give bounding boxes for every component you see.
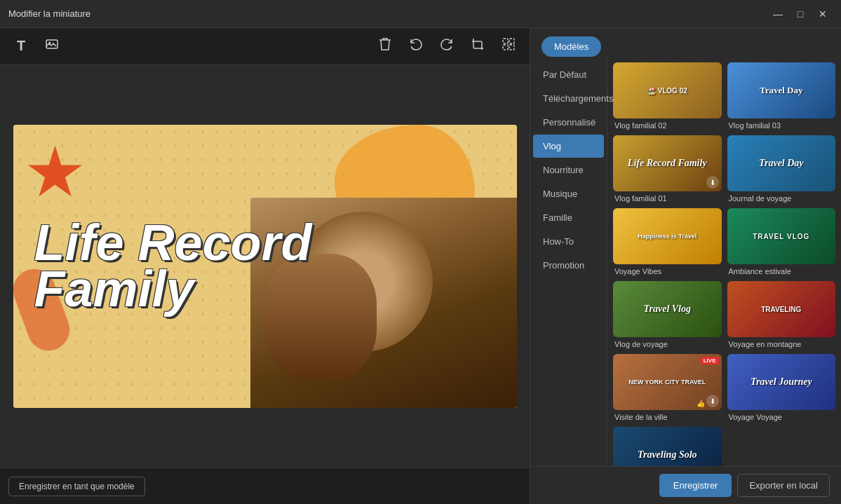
toolbar: T bbox=[0, 28, 530, 64]
delete-icon bbox=[379, 37, 391, 55]
maximize-button[interactable]: □ bbox=[790, 6, 810, 22]
window-title: Modifier la miniature bbox=[8, 8, 90, 19]
thumb-vlog-voyage[interactable]: Travel Vlog Vlog de voyage bbox=[613, 281, 722, 348]
models-tab-bar: Modèles bbox=[530, 28, 841, 57]
thumb-vlog01-label: Vlog familial 01 bbox=[613, 194, 722, 203]
thumb-journal-text: Travel Day bbox=[727, 135, 836, 191]
svg-rect-4 bbox=[503, 45, 508, 50]
thumb-vlog-familial-03[interactable]: Travel Day Vlog familial 03 bbox=[727, 62, 836, 130]
thumb-vlog03-label: Vlog familial 03 bbox=[727, 121, 836, 130]
text-tool-button[interactable]: T bbox=[8, 34, 34, 59]
image-tool-button[interactable] bbox=[39, 34, 65, 59]
svg-rect-2 bbox=[503, 39, 508, 43]
thumb-vlog-familial-02[interactable]: 🏖️ VLOG 02 Vlog familial 02 bbox=[613, 62, 722, 130]
sidebar-item-telechargements[interactable]: Téléchargements bbox=[533, 87, 604, 110]
titlebar: Modifier la miniature — □ ✕ bbox=[0, 0, 841, 28]
redo-button[interactable] bbox=[434, 34, 459, 59]
thumb-vlog01-download-icon: ⬇ bbox=[706, 176, 719, 189]
thumb-montagne-text: TRAVELING bbox=[727, 281, 836, 337]
thumbnails-area: 🏖️ VLOG 02 Vlog familial 02 Travel Day V… bbox=[607, 57, 841, 466]
editor-panel: T bbox=[0, 28, 530, 504]
canvas-text-overlay: Life Record Family bbox=[13, 125, 517, 408]
text-icon: T bbox=[17, 38, 25, 54]
select-icon bbox=[502, 37, 516, 55]
sidebar-item-musique[interactable]: Musique bbox=[533, 182, 604, 205]
sidebar-item-famille[interactable]: Famille bbox=[533, 206, 604, 229]
exporter-button[interactable]: Exporter en local bbox=[737, 474, 830, 497]
bottom-bar: Enregistrer en tant que modèle bbox=[0, 468, 530, 504]
thumb-travelvlog-text: Travel Vlog bbox=[613, 281, 722, 337]
undo-button[interactable] bbox=[403, 34, 429, 59]
sidebar-item-personnalise[interactable]: Personnalisé bbox=[533, 111, 604, 134]
undo-icon bbox=[409, 38, 423, 54]
models-tab-button[interactable]: Modèles bbox=[541, 36, 601, 57]
thumb-montagne-label: Voyage en montagne bbox=[727, 340, 836, 348]
sidebar-item-how-to[interactable]: How-To bbox=[533, 230, 604, 253]
right-content: Par Défaut Téléchargements Personnalisé … bbox=[530, 57, 841, 466]
save-as-model-button[interactable]: Enregistrer en tant que modèle bbox=[8, 477, 145, 496]
sidebar-item-vlog[interactable]: Vlog bbox=[533, 135, 604, 158]
thumb-ambiance-text: TRAVEL VLOG bbox=[727, 208, 836, 264]
thumb-ambiance-label: Ambiance estivale bbox=[727, 267, 836, 275]
crop-button[interactable] bbox=[465, 34, 490, 59]
thumb-vibes-label: Voyage Vibes bbox=[613, 267, 722, 275]
canvas-area: Life Record Family bbox=[0, 64, 530, 468]
thumb-travelvlog-label: Vlog de voyage bbox=[613, 340, 722, 348]
thumb-journal-voyage[interactable]: Travel Day Journal de voyage bbox=[727, 135, 836, 203]
thumb-voyage-vibes[interactable]: Happiness is Travel Voyage Vibes bbox=[613, 208, 722, 275]
main-layout: T bbox=[0, 28, 841, 504]
thumb-voyage-text: Travel Journey bbox=[727, 354, 836, 410]
svg-rect-3 bbox=[509, 39, 514, 43]
thumb-ambiance-estivale[interactable]: TRAVEL VLOG Ambiance estivale bbox=[727, 208, 836, 275]
thumb-ville-like-icon: 👍 bbox=[697, 400, 705, 407]
sidebar-item-promotion[interactable]: Promotion bbox=[533, 254, 604, 277]
thumb-ville-download-icon: ⬇ bbox=[706, 395, 719, 407]
close-button[interactable]: ✕ bbox=[813, 6, 833, 22]
canvas-image[interactable]: Life Record Family bbox=[13, 125, 517, 408]
thumb-voyage-solo[interactable]: Traveling Solo ⬇ Voyage en solo bbox=[613, 427, 722, 466]
canvas-subtitle: Family bbox=[34, 263, 496, 316]
thumb-journal-label: Journal de voyage bbox=[727, 194, 836, 203]
thumb-ville-live-badge: LIVE bbox=[701, 357, 719, 365]
crop-icon bbox=[471, 37, 485, 55]
minimize-button[interactable]: — bbox=[768, 6, 788, 22]
thumb-voyage-label: Voyage Voyage bbox=[727, 413, 836, 421]
toolbar-right bbox=[372, 34, 521, 59]
thumb-vlog02-label: Vlog familial 02 bbox=[613, 121, 722, 130]
thumbnails-grid: 🏖️ VLOG 02 Vlog familial 02 Travel Day V… bbox=[613, 62, 835, 466]
redo-icon bbox=[440, 38, 454, 54]
delete-button[interactable] bbox=[372, 34, 398, 59]
sidebar-item-nourriture[interactable]: Nourriture bbox=[533, 158, 604, 182]
action-buttons: Enregistrer Exporter en local bbox=[530, 466, 841, 504]
image-icon bbox=[45, 37, 59, 55]
thumb-ville-label: Visite de la ville bbox=[613, 413, 722, 421]
thumb-vlog03-text: Travel Day bbox=[727, 62, 836, 118]
thumb-solo-text: Traveling Solo bbox=[613, 427, 722, 466]
thumb-voyage-voyage[interactable]: Travel Journey Voyage Voyage bbox=[727, 354, 836, 421]
svg-rect-5 bbox=[509, 45, 514, 50]
thumb-voyage-montagne[interactable]: TRAVELING Voyage en montagne bbox=[727, 281, 836, 348]
thumb-vlog-familial-01[interactable]: Life Record Family ⬇ Vlog familial 01 bbox=[613, 135, 722, 203]
sidebar-item-par-defaut[interactable]: Par Défaut bbox=[533, 63, 604, 86]
enregistrer-button[interactable]: Enregistrer bbox=[659, 474, 732, 497]
window-controls: — □ ✕ bbox=[768, 6, 833, 22]
sidebar: Par Défaut Téléchargements Personnalisé … bbox=[530, 57, 607, 466]
thumb-vlog01-text: Life Record Family bbox=[613, 135, 722, 191]
thumb-vibes-text: Happiness is Travel bbox=[613, 208, 722, 264]
thumb-visite-ville[interactable]: NEW YORK CITY TRAVEL LIVE 👍 ⬇ Visite de … bbox=[613, 354, 722, 421]
select-button[interactable] bbox=[496, 34, 521, 59]
right-panel: Modèles Par Défaut Téléchargements Perso… bbox=[530, 28, 841, 504]
thumb-vlog02-text: 🏖️ VLOG 02 bbox=[613, 62, 722, 118]
